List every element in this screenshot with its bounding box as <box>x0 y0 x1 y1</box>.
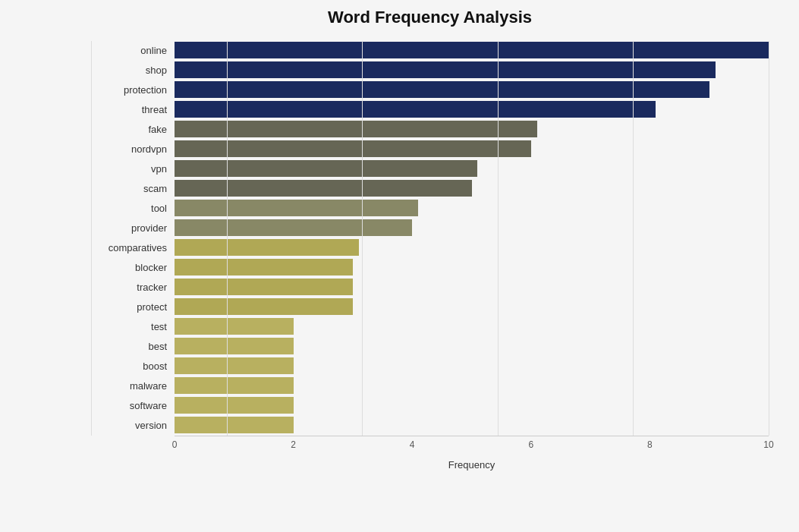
bar-track <box>175 357 769 374</box>
bar-row: fake <box>91 120 769 138</box>
bar-track <box>175 338 769 354</box>
bar-row: protect <box>91 297 769 316</box>
bar-fill <box>175 397 294 414</box>
bar-track <box>175 140 769 157</box>
bar-label: tool <box>91 203 175 214</box>
bar-track <box>175 417 769 433</box>
bar-track <box>175 298 769 315</box>
bar-label: threat <box>91 104 175 115</box>
chart-container: Word Frequency Analysis onlineshopprotec… <box>0 0 799 532</box>
bar-track <box>175 318 769 335</box>
bar-fill <box>175 377 294 394</box>
bar-row: protection <box>91 80 769 99</box>
x-axis-label: Frequency <box>175 459 769 471</box>
bar-track <box>175 200 769 216</box>
bar-row: blocker <box>91 258 769 276</box>
bar-label: malware <box>91 380 175 392</box>
bar-fill <box>175 61 716 78</box>
bar-label: boost <box>91 360 175 372</box>
bar-fill <box>175 417 294 433</box>
x-tick: 2 <box>291 439 296 450</box>
bar-label: nordvpn <box>91 143 175 155</box>
bar-track <box>175 101 769 118</box>
bar-label: protect <box>91 301 175 313</box>
chart-title: Word Frequency Analysis <box>91 8 769 27</box>
bar-row: nordvpn <box>91 140 769 158</box>
bar-track <box>175 219 769 236</box>
bar-fill <box>175 160 477 177</box>
bar-track <box>175 279 769 295</box>
bar-label: shop <box>91 65 175 76</box>
bar-row: shop <box>91 61 769 79</box>
bar-label: vpn <box>91 163 175 175</box>
bar-track <box>175 377 769 394</box>
bar-fill <box>175 42 769 58</box>
bar-fill <box>175 180 472 197</box>
bar-row: threat <box>91 100 769 118</box>
bar-fill <box>175 81 709 98</box>
x-tick: 8 <box>647 439 653 450</box>
bar-fill <box>175 101 656 118</box>
bar-track <box>175 397 769 414</box>
x-axis: 0246810 Frequency <box>175 436 769 471</box>
bar-fill <box>175 357 294 374</box>
bar-fill <box>175 318 294 335</box>
bar-row: boost <box>91 357 769 375</box>
bar-fill <box>175 338 294 354</box>
x-tick: 6 <box>528 439 533 450</box>
bar-label: blocker <box>91 262 175 273</box>
bar-track <box>175 239 769 256</box>
bar-row: scam <box>91 179 769 197</box>
bar-row: provider <box>91 219 769 237</box>
bar-label: fake <box>91 124 175 135</box>
bar-track <box>175 61 769 78</box>
bar-fill <box>175 121 537 137</box>
bar-label: online <box>91 45 175 56</box>
bar-fill <box>175 219 412 236</box>
bar-fill <box>175 298 353 315</box>
bar-row: tool <box>91 199 769 217</box>
bar-fill <box>175 239 359 256</box>
bar-row: vpn <box>91 159 769 178</box>
bar-label: version <box>91 420 175 431</box>
x-tick: 10 <box>763 439 773 450</box>
bar-label: software <box>91 400 175 411</box>
bar-fill <box>175 140 531 157</box>
bar-row: version <box>91 416 769 434</box>
bar-row: test <box>91 317 769 335</box>
bar-row: software <box>91 396 769 414</box>
bar-label: comparatives <box>91 242 175 253</box>
bar-fill <box>175 200 418 216</box>
bar-label: protection <box>91 84 175 96</box>
bar-row: tracker <box>91 278 769 296</box>
bar-row: malware <box>91 376 769 395</box>
x-tick: 0 <box>172 439 178 450</box>
bar-label: scam <box>91 183 175 194</box>
bar-label: test <box>91 321 175 332</box>
bar-track <box>175 259 769 275</box>
bar-track <box>175 121 769 137</box>
bar-track <box>175 81 769 98</box>
bar-track <box>175 42 769 58</box>
bar-label: tracker <box>91 282 175 293</box>
bar-fill <box>175 279 353 295</box>
x-tick: 4 <box>410 439 415 450</box>
bar-row: online <box>91 41 769 59</box>
bar-fill <box>175 259 353 275</box>
bar-track <box>175 160 769 177</box>
bar-row: best <box>91 337 769 355</box>
bar-row: comparatives <box>91 238 769 257</box>
bar-label: best <box>91 341 175 352</box>
bar-track <box>175 180 769 197</box>
bar-label: provider <box>91 222 175 234</box>
